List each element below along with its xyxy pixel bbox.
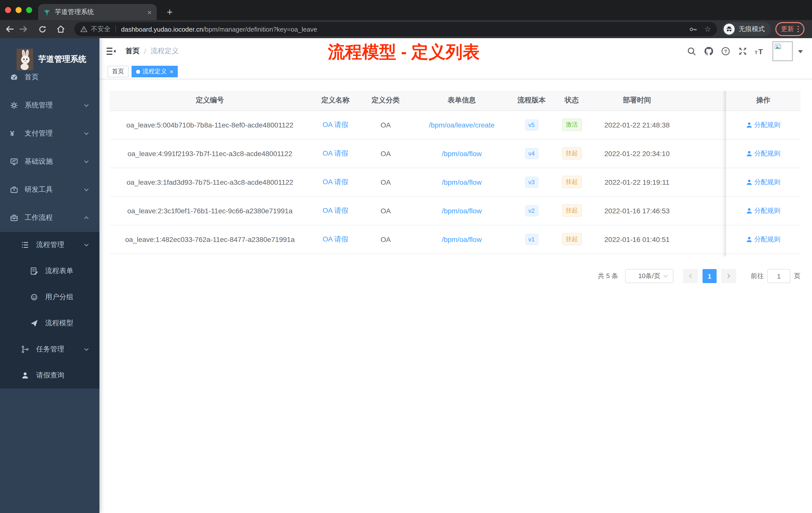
person-icon [746,150,752,156]
form-link[interactable]: /bpm/oa/flow [442,235,482,243]
fullscreen-icon[interactable] [738,47,747,56]
sidebar-item-workflow[interactable]: 工作流程 [0,204,99,232]
definition-name-link[interactable]: OA 请假 [323,235,348,243]
sidebar-item-task-mgmt[interactable]: 任务管理 [0,336,99,362]
cell-category: OA [360,168,411,196]
sidebar-item-label: 流程模型 [45,319,73,328]
form-link[interactable]: /bpm/oa/flow [442,207,482,215]
cell-category: OA [360,196,411,225]
tag-home[interactable]: 首页 [108,66,128,77]
page-size-select[interactable]: 10条/页 [625,269,673,283]
update-label[interactable]: 更新 [781,25,794,34]
sidebar-item-devtools[interactable]: 研发工具 [0,176,99,204]
chevron-right-icon [726,273,732,279]
monitor-icon [10,158,18,165]
cell-definition-id: oa_leave:4:991f2193-7b7f-11ec-a3c8-acde4… [110,139,310,168]
annotation-title: 流程模型 - 定义列表 [328,42,480,61]
version-badge: v4 [525,148,538,159]
zoom-window-button[interactable] [26,7,32,13]
cell-spacer [681,196,726,225]
font-size-icon[interactable]: TT [754,47,764,56]
avatar-broken-image[interactable] [772,41,793,61]
hamburger-icon[interactable] [107,48,116,55]
bookmark-star-icon[interactable]: ☆ [704,25,711,34]
pagination: 共 5 条 10条/页 1 前往 1 [598,269,801,283]
sidebar-item-process-model[interactable]: 流程模型 [0,310,99,336]
home-icon[interactable] [55,25,67,34]
assign-rule-link[interactable]: 分配规则 [746,235,780,244]
version-badge: v2 [525,205,538,216]
assign-rule-link[interactable]: 分配规则 [746,149,780,158]
chevron-down-icon [83,130,89,137]
cell-category: OA [360,111,411,139]
sidebar-item-label: 用户分组 [45,293,73,302]
sidebar-item-process-form[interactable]: 流程表单 [0,258,99,284]
definition-name-link[interactable]: OA 请假 [323,120,348,128]
page: 芋道管理系统 × + 不安全 dashboard. [0,0,812,513]
assign-rule-link[interactable]: 分配规则 [746,206,780,215]
address-bar[interactable]: 不安全 dashboard.yudao.iocoder.cn/bpm/manag… [74,22,717,36]
incognito-icon [724,24,735,35]
next-page-button[interactable] [721,269,736,283]
sidebar-item-label: 基础设施 [25,157,53,166]
sidebar-item-label: 工作流程 [25,213,53,222]
breadcrumb-home[interactable]: 首页 [125,47,140,56]
person-icon [746,179,752,185]
assign-rule-link[interactable]: 分配规则 [746,177,780,186]
column-header-status: 状态 [550,91,593,111]
tag-close-icon[interactable]: × [170,68,173,74]
status-badge: 挂起 [562,147,582,160]
sidebar-item-infra[interactable]: 基础设施 [0,148,99,176]
forward-icon[interactable] [17,25,29,34]
prev-page-button[interactable] [683,269,698,283]
browser-tab[interactable]: 芋道管理系统 × [38,4,157,20]
cell-deploy-time: 2022-01-16 17:46:53 [593,196,681,225]
form-link[interactable]: /bpm/oa/flow [442,178,482,186]
sidebar-item-label: 系统管理 [25,101,53,110]
dashboard-icon [10,73,18,81]
browser-menu-kebab-icon[interactable] [798,26,799,32]
page-number-button[interactable]: 1 [702,269,717,283]
new-tab-button[interactable]: + [163,5,177,19]
select-chevron-down-icon [663,273,668,279]
assign-rule-link[interactable]: 分配规则 [746,120,780,129]
tag-label: 流程定义 [143,67,167,76]
definition-name-link[interactable]: OA 请假 [323,206,348,214]
question-icon[interactable]: ? [721,47,730,56]
sidebar-item-system[interactable]: 系统管理 [0,91,99,119]
tab-close-icon[interactable]: × [147,8,152,16]
close-window-button[interactable] [5,7,11,13]
user-icon [21,371,29,380]
minimize-window-button[interactable] [16,7,22,13]
sidebar-item-payment[interactable]: ¥ 支付管理 [0,119,99,148]
sidebar-item-label: 流程表单 [45,267,73,276]
tag-process-definition[interactable]: 流程定义 × [132,66,178,77]
tab-favicon-plant-icon [43,8,51,16]
column-header-spacer [681,91,726,111]
goto-label: 前往 [751,272,764,280]
github-icon[interactable] [704,47,714,56]
briefcase-icon [10,214,18,222]
definition-name-link[interactable]: OA 请假 [323,149,348,157]
tag-label: 首页 [112,67,124,76]
avatar-caret-down-icon[interactable] [798,50,803,53]
sidebar-item-leave-query[interactable]: 请假查询 [0,362,99,389]
form-link[interactable]: /bpm/oa/flow [442,149,482,157]
chevron-down-icon [83,346,89,352]
total-count-label: 共 5 条 [598,272,618,280]
yen-icon: ¥ [10,129,18,138]
sidebar-item-user-group[interactable]: 用户分组 [0,284,99,310]
page-content: 定义编号 定义名称 定义分类 表单信息 流程版本 状态 部署时间 操作 [99,79,812,513]
form-link[interactable]: /bpm/oa/leave/create [429,121,495,129]
sidebar-item-home[interactable]: 首页 [0,63,99,91]
update-button[interactable]: 更新 [775,22,804,36]
goto-page-input[interactable]: 1 [767,269,790,283]
back-icon[interactable] [4,25,16,34]
definition-name-link[interactable]: OA 请假 [323,177,348,185]
search-icon[interactable] [687,47,696,56]
key-icon[interactable] [689,25,697,33]
reload-icon[interactable] [36,25,48,33]
column-header-id: 定义编号 [110,91,310,111]
version-badge: v5 [525,119,538,130]
sidebar-item-process-mgmt[interactable]: 流程管理 [0,232,99,258]
